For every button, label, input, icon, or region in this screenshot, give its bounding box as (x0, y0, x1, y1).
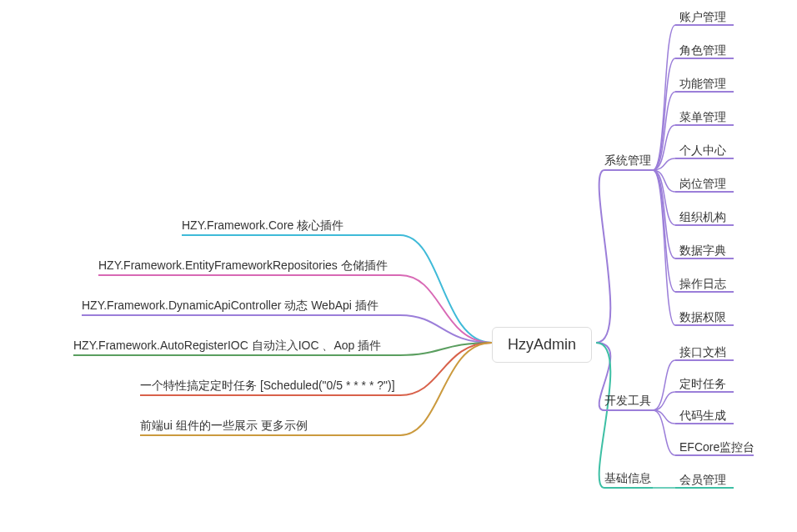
leaf-function-mgmt[interactable]: 功能管理 (679, 77, 726, 94)
root-node[interactable]: HzyAdmin (492, 327, 592, 363)
left-node-ioc[interactable]: HZY.Framework.AutoRegisterIOC 自动注入IOC 、A… (73, 339, 381, 357)
leaf-org[interactable]: 组织机构 (679, 210, 726, 228)
leaf-cron-job[interactable]: 定时任务 (679, 377, 726, 394)
leaf-efcore-monitor[interactable]: EFCore监控台 (679, 440, 754, 458)
group-basic-info[interactable]: 基础信息 (604, 471, 651, 489)
group-system-management[interactable]: 系统管理 (604, 153, 651, 172)
leaf-op-log[interactable]: 操作日志 (679, 277, 726, 294)
leaf-menu-mgmt[interactable]: 菜单管理 (679, 110, 726, 128)
left-node-scheduled[interactable]: 一个特性搞定定时任务 [Scheduled("0/5 * * * * ?")] (140, 379, 395, 397)
leaf-profile[interactable]: 个人中心 (679, 143, 726, 161)
leaf-role-mgmt[interactable]: 角色管理 (679, 43, 726, 61)
left-node-ui-sample[interactable]: 前端ui 组件的一些展示 更多示例 (140, 419, 308, 437)
leaf-data-dict[interactable]: 数据字典 (679, 243, 726, 261)
leaf-code-gen[interactable]: 代码生成 (679, 409, 726, 426)
leaf-account-mgmt[interactable]: 账户管理 (679, 10, 726, 28)
leaf-member-mgmt[interactable]: 会员管理 (679, 473, 726, 490)
group-dev-tools[interactable]: 开发工具 (604, 394, 651, 412)
leaf-api-docs[interactable]: 接口文档 (679, 345, 726, 363)
leaf-data-perm[interactable]: 数据权限 (679, 310, 726, 328)
left-node-repositories[interactable]: HZY.Framework.EntityFrameworkRepositorie… (98, 258, 388, 277)
leaf-position-mgmt[interactable]: 岗位管理 (679, 177, 726, 194)
left-node-dynamicapi[interactable]: HZY.Framework.DynamicApiController 动态 We… (82, 299, 378, 317)
left-node-core[interactable]: HZY.Framework.Core 核心插件 (182, 218, 343, 237)
